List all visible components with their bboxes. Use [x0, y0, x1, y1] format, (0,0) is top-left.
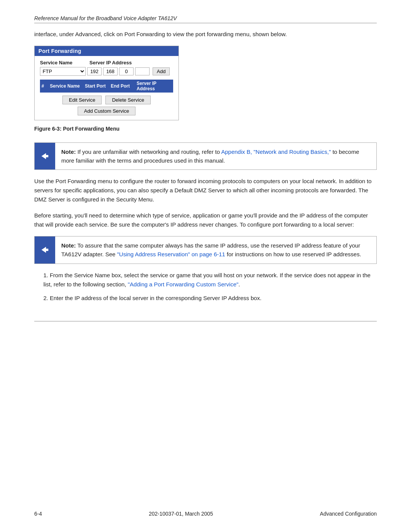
- numbered-list: 1. From the Service Name box, select the…: [34, 271, 377, 307]
- pf-th-hash: #: [41, 83, 50, 89]
- svg-rect-2: [46, 155, 48, 157]
- arrow-icon: [38, 150, 51, 163]
- list-item-2-number: 2.: [43, 295, 48, 301]
- pf-add-custom-row: Add Custom Service: [35, 107, 178, 115]
- note-1-text1: If you are unfamiliar with networking an…: [76, 149, 221, 155]
- add-custom-service-button[interactable]: Add Custom Service: [78, 107, 136, 115]
- list-item-2-text: Enter the IP address of the local server…: [50, 295, 261, 301]
- ip-octet-2[interactable]: [103, 67, 118, 75]
- pf-th-end-port: End Port: [111, 83, 137, 89]
- svg-rect-5: [46, 249, 48, 251]
- header-rule: [34, 23, 377, 23]
- note-2-content: Note: To assure that the same computer a…: [55, 236, 376, 264]
- pf-column-labels: Service Name Server IP Address: [40, 60, 173, 66]
- note-2-text2: for instructions on how to use reserved …: [225, 251, 361, 257]
- footer-center-text: 202-10037-01, March 2005: [42, 511, 320, 517]
- pf-th-start-port: Start Port: [85, 83, 111, 89]
- note-1-link2[interactable]: "Network and Routing Basics,": [253, 149, 331, 155]
- footer-section-name: Advanced Configuration: [320, 511, 377, 517]
- pf-label-service-name: Service Name: [40, 60, 89, 66]
- note-2-link1[interactable]: "Using Address Reservation" on page 6-11: [117, 251, 225, 257]
- ip-octet-1[interactable]: [87, 67, 102, 75]
- note-box-1: Note: If you are unfamiliar with network…: [34, 142, 377, 170]
- footer-rule: [34, 321, 377, 321]
- pf-button-row: Edit Service Delete Service: [35, 96, 178, 104]
- note-1-bold: Note:: [61, 149, 76, 155]
- pf-table-header: # Service Name Start Port End Port Serve…: [40, 80, 173, 93]
- delete-service-button[interactable]: Delete Service: [105, 96, 151, 104]
- note-1-content: Note: If you are unfamiliar with network…: [55, 143, 376, 170]
- add-button[interactable]: Add: [153, 67, 170, 75]
- note-1-link1[interactable]: Appendix B,: [221, 149, 252, 155]
- list-item-2: 2. Enter the IP address of the local ser…: [43, 294, 377, 303]
- note-arrow-1: [35, 143, 55, 170]
- list-item-1-link[interactable]: "Adding a Port Forwarding Custom Service…: [128, 281, 239, 288]
- note-box-2: Note: To assure that the same computer a…: [34, 236, 377, 264]
- port-forwarding-widget: Port Forwarding Service Name Server IP A…: [34, 46, 179, 120]
- note-2-bold: Note:: [61, 242, 76, 249]
- pf-title: Port Forwarding: [35, 46, 178, 56]
- pf-th-server-ip: Server IP Address: [137, 81, 172, 91]
- page-footer: 6-4 202-10037-01, March 2005 Advanced Co…: [34, 505, 377, 517]
- ip-octet-4[interactable]: [135, 67, 150, 75]
- edit-service-button[interactable]: Edit Service: [62, 96, 102, 104]
- pf-label-server-ip: Server IP Address: [89, 60, 132, 66]
- figure-caption: Figure 6-3: Port Forwarding Menu: [34, 126, 377, 132]
- body-text-1: Use the Port Forwarding menu to configur…: [34, 177, 377, 204]
- page-header: Reference Manual for the Broadband Voice…: [34, 15, 377, 21]
- ip-octet-3[interactable]: [119, 67, 134, 75]
- note-arrow-2: [35, 236, 55, 264]
- list-item-1-number: 1.: [43, 272, 48, 278]
- pf-input-row: FTP Add: [40, 67, 173, 76]
- page: Reference Manual for the Broadband Voice…: [0, 0, 411, 532]
- body-text-2: Before starting, you'll need to determin…: [34, 211, 377, 229]
- intro-text: interface, under Advanced, click on Port…: [34, 30, 377, 39]
- list-item-1-text2: .: [239, 281, 240, 288]
- footer-page-number: 6-4: [34, 511, 42, 517]
- list-item-1: 1. From the Service Name box, select the…: [43, 271, 377, 289]
- service-name-select[interactable]: FTP: [40, 67, 86, 76]
- pf-th-service-name: Service Name: [50, 83, 85, 89]
- arrow-icon-2: [38, 243, 51, 256]
